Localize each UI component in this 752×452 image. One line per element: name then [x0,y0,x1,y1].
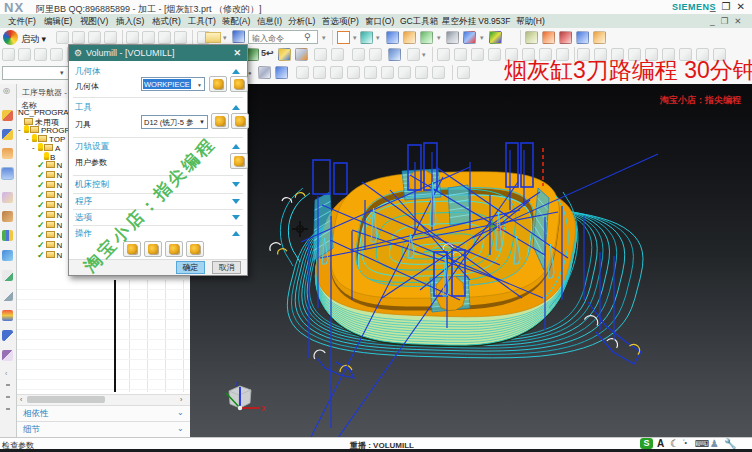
svg-text:X: X [261,405,266,412]
svg-text:3C: 3C [497,225,506,232]
svg-text:Z: Z [235,381,239,387]
